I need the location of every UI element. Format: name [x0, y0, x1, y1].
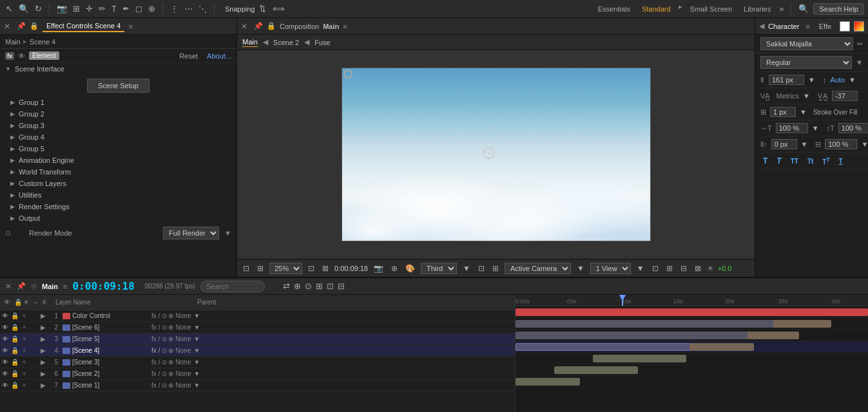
eraser-icon[interactable]: ◻	[133, 3, 144, 15]
style-picker-icon[interactable]: ▼	[856, 59, 863, 66]
pen-icon[interactable]: ✒	[121, 3, 131, 15]
solo-1[interactable]: ☀	[19, 312, 28, 319]
layout-icon4[interactable]: ⊠	[693, 263, 703, 274]
tab-effect-controls[interactable]: Effect Controls Scene 4	[43, 21, 124, 32]
fx-6[interactable]: fx	[151, 370, 157, 377]
solo-3[interactable]: ☀	[19, 335, 28, 342]
expand-1[interactable]: ▶	[39, 312, 48, 319]
layout-icon1[interactable]: ⊡	[650, 263, 661, 274]
about-button[interactable]: About...	[207, 52, 231, 60]
color-icon[interactable]: 🎨	[403, 263, 417, 274]
group-3[interactable]: ▶ Group 3	[0, 120, 236, 131]
char-color-swatch[interactable]	[840, 21, 850, 32]
layout-icon3[interactable]: ⊟	[679, 263, 689, 274]
workspace-standard[interactable]: Standard	[637, 3, 676, 15]
workspace-libraries[interactable]: Libraries	[738, 3, 776, 15]
tl-icon-1[interactable]: ⇄	[283, 281, 290, 291]
anchor-icon[interactable]: ✛	[84, 3, 95, 15]
stroke-dropdown[interactable]: ▼	[800, 108, 807, 116]
group-1[interactable]: ▶ Group 1	[0, 97, 236, 108]
lock-6[interactable]: 🔒	[10, 370, 19, 377]
eye-7[interactable]: 👁	[0, 382, 10, 389]
panel-menu-icon[interactable]: ≡	[128, 23, 132, 30]
lock-icon[interactable]: 🔒	[30, 22, 39, 30]
name-1[interactable]: Color Control	[72, 312, 149, 319]
circle-2[interactable]: ⊙	[162, 324, 167, 331]
comp-size-icon[interactable]: ⊡	[306, 263, 316, 274]
name-7[interactable]: [Scene 1]	[72, 382, 149, 389]
timeline-menu-icon[interactable]: ≡	[63, 283, 67, 290]
expand-4[interactable]: ▶	[39, 347, 48, 354]
scene-setup-button[interactable]: Scene Setup	[87, 79, 149, 93]
font-select[interactable]: Sakkal Majalla	[760, 37, 853, 50]
tl-icon-6[interactable]: ⊟	[338, 281, 345, 291]
parent-arrow-1[interactable]: ▼	[193, 312, 200, 319]
parent-arrow-6[interactable]: ▼	[193, 370, 200, 377]
view-dropdown-icon[interactable]: ▼	[461, 263, 472, 274]
view-count-dropdown[interactable]: ▼	[635, 263, 646, 274]
group-5[interactable]: ▶ Group 5	[0, 143, 236, 154]
lock-3[interactable]: 🔒	[10, 335, 19, 342]
camera-tool-icon[interactable]: 📷	[55, 3, 69, 15]
nav-main[interactable]: Main	[242, 38, 258, 47]
parent-arrow-3[interactable]: ▼	[193, 335, 200, 342]
nav-fuse[interactable]: Fuse	[314, 39, 330, 46]
zoom-select[interactable]: 25%	[269, 263, 302, 274]
char-color-swatch-red[interactable]	[854, 21, 864, 32]
text-icon[interactable]: T	[110, 3, 119, 15]
expand-3[interactable]: ▶	[39, 335, 48, 342]
text-super-btn[interactable]: TT	[820, 155, 832, 167]
hscale-input[interactable]	[776, 123, 808, 133]
vscale-input[interactable]	[838, 123, 868, 133]
comp-lock-icon[interactable]: 🔒	[267, 22, 276, 30]
tl-icon-4[interactable]: ⊞	[316, 281, 323, 291]
solo-2[interactable]: ☀	[19, 324, 28, 331]
fx-5[interactable]: fx	[151, 359, 157, 366]
fx-1[interactable]: fx	[151, 312, 157, 319]
text-smallcaps-btn[interactable]: Tt	[805, 156, 816, 166]
camera-dropdown-icon[interactable]: ▼	[575, 263, 586, 274]
text-under-btn[interactable]: T	[836, 156, 845, 166]
solo-5[interactable]: ☀	[19, 359, 28, 366]
region-icon3[interactable]: ⊞	[490, 263, 501, 274]
circle-7[interactable]: ⊙	[162, 382, 167, 389]
timeline-close-icon[interactable]: ✕	[5, 282, 12, 291]
font-size-input[interactable]	[769, 75, 804, 85]
snapping-icon2[interactable]: ⟺	[271, 3, 287, 15]
group-utilities[interactable]: ▶ Utilities	[0, 189, 236, 201]
clone-icon[interactable]: ⊕	[146, 3, 157, 15]
render-mode-select[interactable]: Full Render	[163, 227, 219, 239]
puppet-icon[interactable]: ⋮	[168, 3, 180, 15]
name-4[interactable]: [Scene 4]	[72, 347, 149, 354]
circle-5[interactable]: ⊙	[162, 359, 167, 366]
select-tool-icon[interactable]: ↖	[4, 3, 15, 15]
fx-visibility-icon[interactable]: 👁	[18, 52, 25, 60]
lock-4[interactable]: 🔒	[10, 347, 19, 354]
pin-icon[interactable]: 📌	[17, 22, 26, 30]
comp-close-icon[interactable]: ✕	[241, 22, 247, 31]
tsf-dropdown[interactable]: ▼	[861, 140, 868, 148]
group-render-settings[interactable]: ▶ Render Settings	[0, 201, 236, 212]
expand-6[interactable]: ▶	[39, 370, 48, 377]
circle-4[interactable]: ⊙	[162, 347, 167, 354]
search-icon[interactable]: 🔍	[796, 3, 811, 15]
fx-2[interactable]: fx	[151, 324, 157, 331]
puppet2-icon[interactable]: ⋯	[182, 3, 195, 15]
group-output[interactable]: ▶ Output	[0, 212, 236, 224]
group-world-transform[interactable]: ▶ World Transform	[0, 166, 236, 178]
auto-leading[interactable]: Auto	[830, 76, 845, 84]
font-picker-icon[interactable]: ✏	[857, 40, 863, 48]
timeline-pin-icon[interactable]: 📌	[17, 282, 26, 290]
panel-close-icon[interactable]: ✕	[4, 22, 10, 31]
parent-arrow-2[interactable]: ▼	[193, 324, 200, 331]
text-bold-btn[interactable]: T	[760, 155, 770, 167]
tl-icon-2[interactable]: ⊕	[294, 281, 301, 291]
comp-menu-icon[interactable]: ≡	[343, 23, 347, 30]
timeline-search[interactable]	[200, 281, 265, 292]
lock-2[interactable]: 🔒	[10, 324, 19, 331]
circle-3[interactable]: ⊙	[162, 335, 167, 342]
camera-select[interactable]: Active Camera	[505, 263, 571, 274]
nav-scene2[interactable]: Scene 2	[273, 39, 299, 46]
parent-arrow-4[interactable]: ▼	[193, 347, 200, 354]
tsf-input[interactable]	[825, 139, 857, 149]
